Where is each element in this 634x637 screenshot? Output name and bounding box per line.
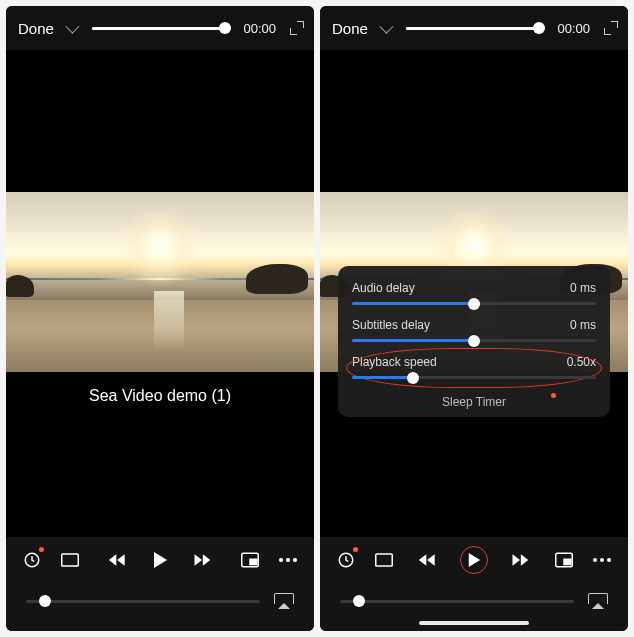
- airplay-icon[interactable]: [588, 593, 608, 609]
- chevron-down-icon[interactable]: [65, 20, 79, 34]
- pip-icon[interactable]: [240, 550, 260, 570]
- home-indicator[interactable]: [419, 621, 529, 625]
- svg-rect-7: [564, 559, 571, 564]
- volume-slider[interactable]: [26, 600, 260, 603]
- fullscreen-icon[interactable]: [290, 21, 304, 35]
- play-icon[interactable]: [150, 550, 170, 570]
- audio-delay-label: Audio delay: [352, 281, 415, 295]
- chevron-down-icon[interactable]: [379, 20, 393, 34]
- playback-toolbar: [320, 537, 628, 583]
- more-icon[interactable]: [592, 550, 612, 570]
- audio-delay-row: Audio delay 0 ms: [352, 278, 596, 298]
- skip-forward-icon[interactable]: [192, 550, 212, 570]
- time-remaining: 00:00: [557, 21, 590, 36]
- notification-dot: [353, 547, 358, 552]
- subtitles-delay-label: Subtitles delay: [352, 318, 430, 332]
- svg-rect-5: [376, 554, 393, 566]
- video-viewport[interactable]: Sea Video demo (1): [6, 50, 314, 537]
- skip-back-icon[interactable]: [108, 550, 128, 570]
- clock-icon[interactable]: [22, 550, 42, 570]
- aspect-ratio-icon[interactable]: [60, 550, 80, 570]
- player-topbar: Done 00:00: [320, 6, 628, 50]
- playback-speed-slider[interactable]: [352, 376, 596, 379]
- clock-icon[interactable]: [336, 550, 356, 570]
- audio-delay-value: 0 ms: [570, 281, 596, 295]
- airplay-icon[interactable]: [274, 593, 294, 609]
- done-button[interactable]: Done: [332, 20, 368, 37]
- subtitles-delay-value: 0 ms: [570, 318, 596, 332]
- playback-settings-panel: Audio delay 0 ms Subtitles delay 0 ms Pl…: [338, 266, 610, 417]
- phone-screen-right: Done 00:00 Audio delay 0 ms Subtitl: [320, 6, 628, 631]
- player-topbar: Done 00:00: [6, 6, 314, 50]
- video-frame: [6, 192, 314, 372]
- playback-speed-label: Playback speed: [352, 355, 437, 369]
- video-viewport[interactable]: Audio delay 0 ms Subtitles delay 0 ms Pl…: [320, 50, 628, 537]
- volume-slider[interactable]: [340, 600, 574, 603]
- svg-rect-1: [62, 554, 79, 566]
- aspect-ratio-icon[interactable]: [374, 550, 394, 570]
- playback-speed-value: 0.50x: [567, 355, 596, 369]
- notification-dot: [39, 547, 44, 552]
- playback-speed-row: Playback speed 0.50x: [352, 352, 596, 372]
- skip-forward-icon[interactable]: [510, 550, 530, 570]
- sleep-timer-button[interactable]: Sleep Timer: [352, 389, 596, 411]
- pip-icon[interactable]: [554, 550, 574, 570]
- play-icon[interactable]: [460, 546, 488, 574]
- audio-delay-slider[interactable]: [352, 302, 596, 305]
- more-icon[interactable]: [278, 550, 298, 570]
- done-button[interactable]: Done: [18, 20, 54, 37]
- video-title: Sea Video demo (1): [6, 387, 314, 405]
- playback-toolbar: [6, 537, 314, 583]
- scrubber-slider[interactable]: [92, 27, 228, 30]
- phone-screen-left: Done 00:00 Sea Video demo (1): [6, 6, 314, 631]
- scrubber-slider[interactable]: [406, 27, 542, 30]
- subtitles-delay-row: Subtitles delay 0 ms: [352, 315, 596, 335]
- svg-rect-3: [250, 559, 257, 564]
- fullscreen-icon[interactable]: [604, 21, 618, 35]
- skip-back-icon[interactable]: [418, 550, 438, 570]
- subtitles-delay-slider[interactable]: [352, 339, 596, 342]
- secondary-bar: [6, 583, 314, 631]
- notification-dot: [551, 393, 556, 398]
- time-remaining: 00:00: [243, 21, 276, 36]
